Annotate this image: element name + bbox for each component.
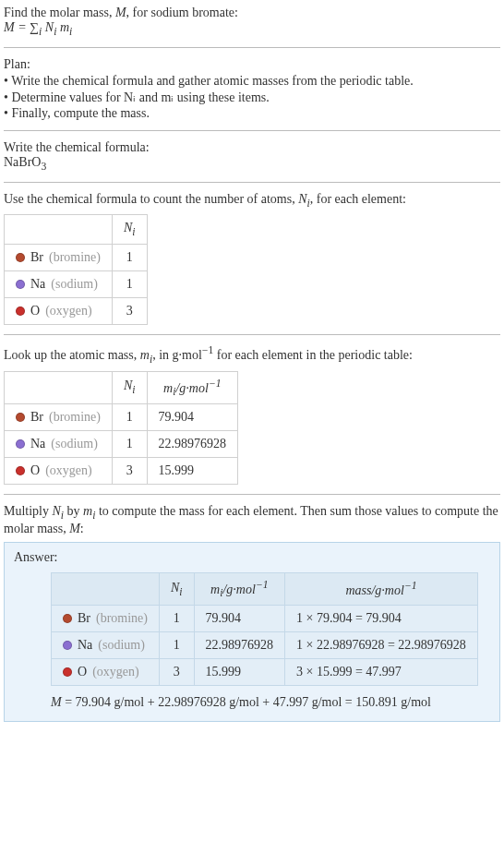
table-header-empty — [52, 572, 160, 605]
divider — [4, 494, 500, 495]
element-name: (sodium) — [98, 638, 145, 653]
element-dot-icon — [63, 667, 72, 677]
answer-box: Answer: Ni mi/g·mol−1 mass/g·mol−1 Br (b… — [4, 542, 500, 722]
table-header-mi: mi/g·mol−1 — [194, 572, 285, 605]
table-row: Br (bromine) 1 79.904 — [5, 404, 238, 431]
divider — [4, 130, 500, 131]
table-header-empty — [5, 371, 113, 403]
m-value: 15.999 — [147, 458, 238, 485]
element-name: (oxygen) — [45, 463, 92, 478]
m-value: 15.999 — [194, 659, 285, 686]
element-dot-icon — [16, 253, 25, 262]
n-value: 3 — [159, 659, 194, 686]
table-row: O (oxygen) 3 15.999 — [5, 458, 238, 485]
answer-table: Ni mi/g·mol−1 mass/g·mol−1 Br (bromine) … — [51, 572, 478, 686]
element-symbol: Na — [78, 638, 92, 653]
element-name: (bromine) — [49, 250, 101, 265]
n-value: 1 — [159, 606, 194, 632]
element-cell: Na (sodium) — [5, 271, 113, 298]
element-cell: Na (sodium) — [52, 632, 160, 659]
n-value: 3 — [112, 298, 147, 325]
table-header-row: Ni — [5, 215, 148, 245]
m-value: 22.98976928 — [194, 632, 285, 659]
n-value: 1 — [112, 404, 147, 431]
element-name: (oxygen) — [45, 304, 92, 318]
element-symbol: Br — [78, 611, 90, 626]
table-row: Na (sodium) 1 22.98976928 — [5, 431, 238, 458]
divider — [4, 182, 500, 183]
element-cell: Br (bromine) — [52, 606, 160, 632]
element-symbol: O — [78, 665, 87, 679]
intro-m: M — [115, 6, 126, 19]
table-header-ni: Ni — [159, 572, 194, 605]
element-cell: Na (sodium) — [5, 431, 113, 458]
element-dot-icon — [16, 413, 25, 422]
n-value: 1 — [159, 632, 194, 659]
table-header-empty — [5, 215, 113, 245]
divider — [4, 334, 500, 335]
m-value: 79.904 — [194, 606, 285, 632]
element-dot-icon — [16, 466, 25, 475]
element-dot-icon — [16, 439, 25, 449]
table-header-ni: Ni — [112, 215, 147, 245]
m-value: 79.904 — [147, 404, 238, 431]
mass-value: 3 × 15.999 = 47.997 — [285, 659, 478, 686]
mass-value: 1 × 79.904 = 79.904 — [285, 606, 478, 632]
chemical-formula-title: Write the chemical formula: — [4, 140, 500, 155]
table-header-mass: mass/g·mol−1 — [285, 572, 478, 605]
element-cell: Br (bromine) — [5, 245, 113, 271]
table-header-ni: Ni — [112, 371, 147, 403]
element-cell: Br (bromine) — [5, 404, 113, 431]
table-row: Br (bromine) 1 79.904 1 × 79.904 = 79.90… — [52, 606, 478, 632]
element-name: (sodium) — [51, 437, 98, 451]
element-symbol: Na — [30, 277, 45, 292]
plan-item: • Finally, compute the mass. — [4, 106, 500, 121]
plan-title: Plan: — [4, 57, 500, 72]
mass-title: Look up the atomic mass, mi, in g·mol−1 … — [4, 344, 500, 365]
count-title: Use the chemical formula to count the nu… — [4, 192, 500, 210]
compute-section: Multiply Ni by mi to compute the mass fo… — [4, 504, 500, 722]
n-value: 3 — [112, 458, 147, 485]
table-header-mi: mi/g·mol−1 — [147, 371, 238, 403]
intro-prefix: Find the molar mass, — [4, 6, 115, 19]
element-cell: O (oxygen) — [52, 659, 160, 686]
compute-title: Multiply Ni by mi to compute the mass fo… — [4, 504, 500, 536]
table-row: O (oxygen) 3 15.999 3 × 15.999 = 47.997 — [52, 659, 478, 686]
n-value: 1 — [112, 245, 147, 271]
count-table: Ni Br (bromine) 1 Na (sodium) 1 O (oxyge… — [4, 214, 148, 325]
table-header-row: Ni mi/g·mol−1 mass/g·mol−1 — [52, 572, 478, 605]
element-dot-icon — [63, 614, 72, 623]
plan-item: • Determine values for Nᵢ and mᵢ using t… — [4, 90, 500, 105]
element-symbol: Br — [30, 250, 43, 265]
table-header-row: Ni mi/g·mol−1 — [5, 371, 238, 403]
table-row: Na (sodium) 1 22.98976928 1 × 22.9897692… — [52, 632, 478, 659]
chemical-formula-value: NaBrO3 — [4, 155, 500, 173]
mass-value: 1 × 22.98976928 = 22.98976928 — [285, 632, 478, 659]
intro-line1: Find the molar mass, M, for sodium broma… — [4, 6, 500, 20]
molar-mass-formula: M = ∑i Ni mi — [4, 20, 500, 38]
count-section: Use the chemical formula to count the nu… — [4, 192, 500, 326]
element-dot-icon — [63, 641, 72, 650]
element-name: (bromine) — [96, 611, 148, 626]
m-value: 22.98976928 — [147, 431, 238, 458]
element-name: (sodium) — [51, 277, 98, 292]
mass-table: Ni mi/g·mol−1 Br (bromine) 1 79.904 Na (… — [4, 371, 238, 485]
table-row: Na (sodium) 1 — [5, 271, 148, 298]
element-symbol: Na — [30, 437, 45, 451]
mass-section: Look up the atomic mass, mi, in g·mol−1 … — [4, 344, 500, 485]
element-symbol: Br — [30, 410, 43, 425]
table-row: O (oxygen) 3 — [5, 298, 148, 325]
plan-item: • Write the chemical formula and gather … — [4, 74, 500, 89]
element-cell: O (oxygen) — [5, 298, 113, 325]
n-value: 1 — [112, 271, 147, 298]
element-dot-icon — [16, 306, 25, 316]
element-cell: O (oxygen) — [5, 458, 113, 485]
element-symbol: O — [30, 304, 40, 318]
plan-list: • Write the chemical formula and gather … — [4, 74, 500, 121]
n-value: 1 — [112, 431, 147, 458]
divider — [4, 47, 500, 48]
element-name: (oxygen) — [92, 665, 139, 679]
answer-label: Answer: — [14, 550, 490, 565]
table-row: Br (bromine) 1 — [5, 245, 148, 271]
element-symbol: O — [30, 463, 40, 478]
